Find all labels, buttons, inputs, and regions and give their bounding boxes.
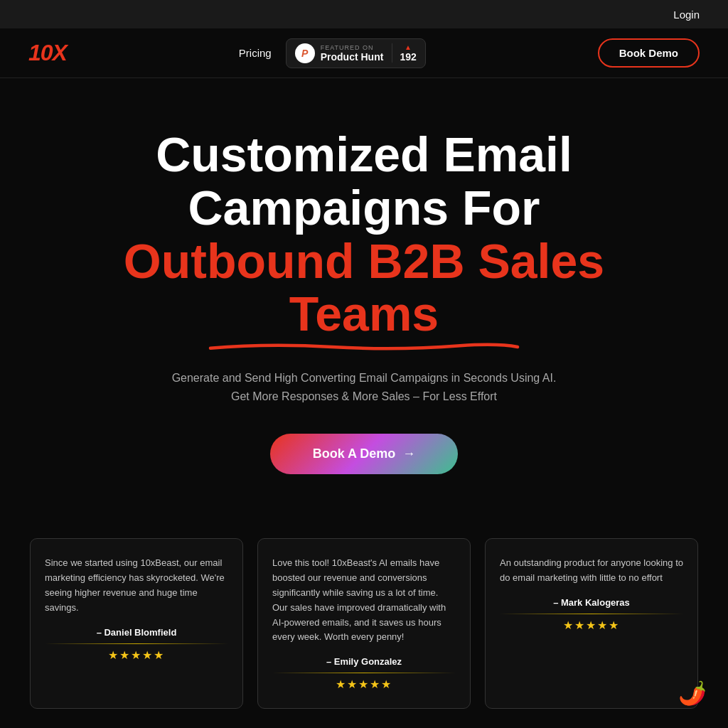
cta-arrow-icon: → <box>402 446 415 461</box>
hero-subtitle-line2: Get More Responses & More Sales – For Le… <box>57 387 671 406</box>
hero-section: Customized Email Campaigns For Outbound … <box>0 78 728 503</box>
chili-pepper-icon: 🌶️ <box>678 680 707 707</box>
divider-line-left-3 <box>500 614 683 614</box>
product-hunt-icon: P <box>295 43 315 63</box>
cta-wrapper: Book A Demo → <box>57 434 671 474</box>
product-hunt-icon-letter: P <box>301 48 308 59</box>
underline-decoration <box>118 341 609 353</box>
nav-center: Pricing P FEATURED ON Product Hunt ▲ 192 <box>239 38 426 68</box>
ph-product-hunt-label: Product Hunt <box>321 51 384 63</box>
ph-up-arrow-icon: ▲ <box>405 43 412 51</box>
testimonial-author-2: – Emily Gonzalez <box>272 656 456 667</box>
divider-line-left-1 <box>45 643 228 644</box>
testimonials-section: Since we started using 10xBeast, our ema… <box>0 503 728 728</box>
cta-book-demo-button[interactable]: Book A Demo → <box>270 434 459 474</box>
navbar: 10X Pricing P FEATURED ON Product Hunt ▲… <box>0 28 728 78</box>
testimonial-stars-3: ★★★★★ <box>500 619 683 632</box>
hero-title-line2: Campaigns For <box>57 181 671 235</box>
product-hunt-badge[interactable]: P FEATURED ON Product Hunt ▲ 192 <box>286 38 426 68</box>
testimonial-author-1: – Daniel Blomfield <box>45 627 228 638</box>
testimonial-card-1: Since we started using 10xBeast, our ema… <box>30 538 243 709</box>
testimonial-text-1: Since we started using 10xBeast, our ema… <box>45 556 228 615</box>
cta-label: Book A Demo <box>313 446 396 461</box>
testimonial-card-3: An outstanding product for anyone lookin… <box>485 538 698 709</box>
ph-text-block: FEATURED ON Product Hunt <box>321 44 384 63</box>
hero-title-line3: Outbound B2B Sales Teams <box>57 235 671 341</box>
hero-subtitle: Generate and Send High Converting Email … <box>57 369 671 405</box>
divider-line-left-2 <box>272 673 456 673</box>
ph-featured-on-label: FEATURED ON <box>321 44 384 51</box>
ph-vote-count: 192 <box>400 51 416 63</box>
pricing-link[interactable]: Pricing <box>239 47 272 59</box>
testimonial-card-2: Love this tool! 10xBeast's AI emails hav… <box>257 538 471 709</box>
hero-title-line1: Customized Email <box>57 128 671 181</box>
brand-logo[interactable]: 10X <box>28 40 67 66</box>
hero-subtitle-line1: Generate and Send High Converting Email … <box>57 369 671 387</box>
book-demo-button[interactable]: Book Demo <box>598 38 700 68</box>
login-link[interactable]: Login <box>673 9 700 21</box>
testimonial-text-2: Love this tool! 10xBeast's AI emails hav… <box>272 556 456 645</box>
stars-divider-3 <box>500 614 683 614</box>
stars-divider-1 <box>45 643 228 644</box>
testimonial-stars-1: ★★★★★ <box>45 648 228 662</box>
testimonial-text-3: An outstanding product for anyone lookin… <box>500 556 683 586</box>
stars-divider-2 <box>272 673 456 673</box>
top-bar: Login <box>0 0 728 28</box>
ph-count-block: ▲ 192 <box>392 43 416 63</box>
testimonial-stars-2: ★★★★★ <box>272 678 456 691</box>
testimonial-author-3: – Mark Kalogeras <box>500 597 683 608</box>
